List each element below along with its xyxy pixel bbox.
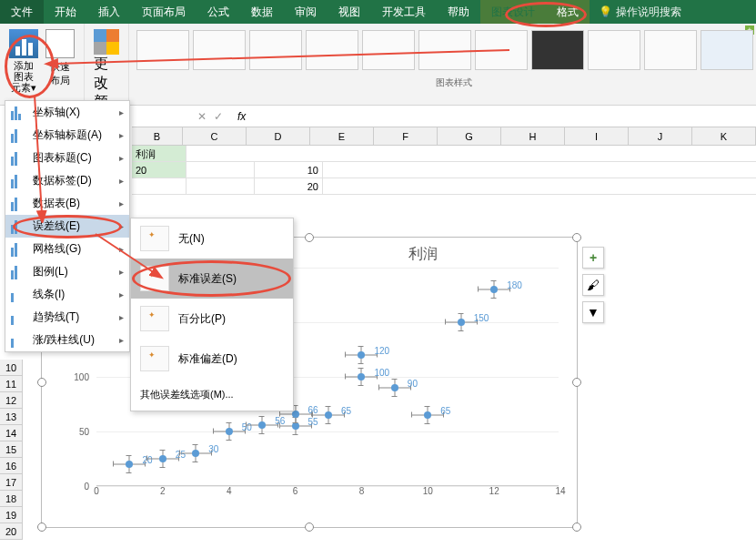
data-point[interactable] (325, 411, 332, 419)
row-16[interactable]: 16 (0, 458, 22, 474)
data-label: 25 (176, 450, 186, 460)
cell-d2[interactable]: 10 (255, 162, 323, 178)
resize-handle-mr[interactable] (572, 378, 581, 387)
menu-axis-titles[interactable]: 坐标轴标题(A)▸ (5, 124, 129, 147)
chart-style-8[interactable] (531, 30, 584, 70)
tab-file[interactable]: 文件 (0, 0, 44, 24)
col-k[interactable]: K (692, 127, 756, 145)
resize-handle-tr[interactable] (572, 233, 581, 242)
col-b[interactable]: B (132, 127, 183, 145)
row-12[interactable]: 12 (0, 392, 22, 409)
row-headers: 10 11 12 13 14 15 16 17 18 19 20 (0, 360, 23, 540)
cell-d3[interactable]: 20 (255, 178, 323, 194)
data-point[interactable] (159, 455, 166, 462)
menu-axes[interactable]: 坐标轴(X)▸ (5, 101, 129, 124)
enter-icon[interactable]: ✓ (214, 110, 223, 123)
row-17[interactable]: 17 (0, 474, 22, 491)
row-20[interactable]: 20 (0, 523, 22, 540)
group-change-colors: 更改颜色▾ (85, 24, 129, 105)
chart-style-7[interactable] (475, 30, 528, 70)
row-13[interactable]: 13 (0, 409, 22, 425)
fx-icon[interactable]: fx (237, 110, 246, 123)
chart-style-2[interactable] (193, 30, 246, 70)
data-point[interactable] (258, 421, 266, 429)
resize-handle-bl[interactable] (37, 522, 46, 532)
cell-b1[interactable]: 利润 (132, 146, 186, 161)
menu-data-table[interactable]: 数据表(B)▸ (5, 192, 129, 215)
chart-styles-button[interactable]: 🖌 (582, 274, 604, 296)
tell-me-search[interactable]: 💡 操作说明搜索 (599, 5, 681, 20)
col-d[interactable]: D (247, 127, 310, 145)
data-point[interactable] (126, 461, 133, 468)
resize-handle-tm[interactable] (305, 233, 314, 242)
error-bars-more-options[interactable]: 其他误差线选项(M)... (131, 379, 293, 411)
menu-error-bars[interactable]: 误差线(E)▸ (5, 215, 129, 238)
data-point[interactable] (358, 351, 365, 359)
menu-gridlines[interactable]: 网格线(G)▸ (5, 238, 129, 260)
data-point[interactable] (358, 373, 365, 380)
tab-review[interactable]: 审阅 (284, 0, 328, 24)
data-point[interactable] (192, 450, 199, 457)
error-bars-percentage[interactable]: 百分比(P) (131, 299, 293, 339)
error-bars-standard-error[interactable]: 标准误差(S) (131, 259, 293, 299)
chart-style-11[interactable] (701, 30, 753, 70)
tab-page-layout[interactable]: 页面布局 (131, 0, 197, 24)
tab-format[interactable]: 格式 (546, 0, 590, 24)
col-c[interactable]: C (183, 127, 247, 145)
tab-home[interactable]: 开始 (44, 0, 87, 24)
col-g[interactable]: G (438, 127, 501, 145)
chart-style-3[interactable] (249, 30, 302, 70)
resize-handle-bm[interactable] (305, 522, 314, 532)
data-point[interactable] (391, 384, 398, 391)
ribbon-content: + 添加图表元素▾ 快速布局 更改颜色▾ (0, 24, 756, 106)
cancel-icon[interactable]: ✕ (197, 110, 207, 123)
row-11[interactable]: 11 (0, 376, 22, 392)
col-h[interactable]: H (501, 127, 565, 145)
quick-layout-button[interactable]: 快速布局 (42, 25, 78, 96)
chart-style-1[interactable] (136, 30, 189, 70)
row-18[interactable]: 18 (0, 491, 22, 507)
col-j[interactable]: J (629, 127, 692, 145)
data-point[interactable] (458, 319, 465, 326)
menu-trendline[interactable]: 趋势线(T)▸ (5, 306, 129, 329)
row-15[interactable]: 15 (0, 441, 22, 458)
menu-up-down-bars[interactable]: 涨/跌柱线(U)▸ (5, 329, 129, 351)
chart-style-5[interactable] (362, 30, 415, 70)
tab-formulas[interactable]: 公式 (197, 0, 240, 24)
tab-help[interactable]: 帮助 (437, 0, 480, 24)
row-14[interactable]: 14 (0, 425, 22, 441)
cell-b2[interactable]: 20 (132, 162, 186, 178)
col-e[interactable]: E (310, 127, 374, 145)
formula-bar: ✕ ✓ fx (132, 106, 756, 127)
add-chart-element-button[interactable]: + 添加图表元素▾ (5, 25, 42, 96)
quick-layout-icon (45, 29, 75, 58)
col-f[interactable]: F (374, 127, 438, 145)
error-bars-none[interactable]: 无(N) (131, 218, 293, 259)
tell-me-label: 操作说明搜索 (616, 5, 681, 20)
menu-lines[interactable]: 线条(I)▸ (5, 283, 129, 306)
tab-developer[interactable]: 开发工具 (371, 0, 437, 24)
chart-style-4[interactable] (306, 30, 358, 70)
menu-legend[interactable]: 图例(L)▸ (5, 260, 129, 283)
data-point[interactable] (292, 422, 299, 430)
menu-data-labels[interactable]: 数据标签(D)▸ (5, 169, 129, 192)
resize-handle-br[interactable] (572, 522, 581, 532)
menu-chart-title[interactable]: 图表标题(C)▸ (5, 147, 129, 169)
chart-elements-button[interactable]: + (582, 247, 604, 269)
resize-handle-ml[interactable] (37, 378, 46, 387)
tab-chart-design[interactable]: 图表设计 (480, 0, 546, 24)
row-19[interactable]: 19 (0, 507, 22, 523)
chart-filter-button[interactable]: ▼ (582, 301, 604, 323)
data-point[interactable] (424, 411, 431, 419)
error-bars-std-dev[interactable]: 标准偏差(D) (131, 339, 293, 379)
chart-style-10[interactable] (644, 30, 697, 70)
data-point[interactable] (226, 428, 233, 435)
tab-insert[interactable]: 插入 (87, 0, 131, 24)
row-10[interactable]: 10 (0, 360, 22, 376)
chart-style-9[interactable] (588, 30, 640, 70)
chart-style-6[interactable] (418, 30, 471, 70)
col-i[interactable]: I (565, 127, 629, 145)
tab-view[interactable]: 视图 (328, 0, 371, 24)
tab-data[interactable]: 数据 (240, 0, 284, 24)
data-point[interactable] (490, 286, 498, 293)
